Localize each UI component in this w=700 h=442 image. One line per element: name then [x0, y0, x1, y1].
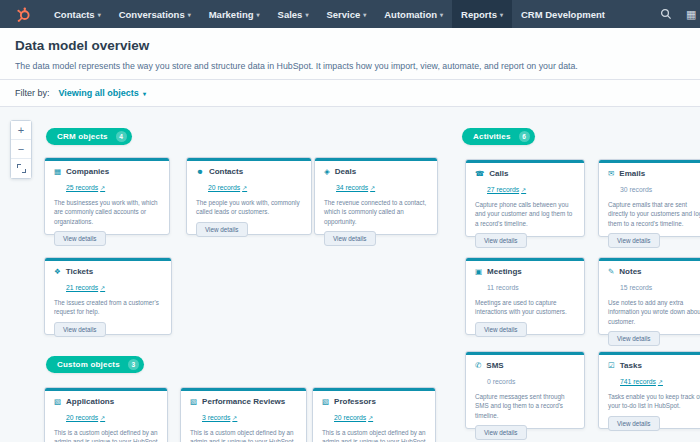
section-pill-label: Activities: [473, 132, 511, 141]
view-details-button[interactable]: View details: [608, 416, 660, 431]
filter-label: Filter by:: [15, 88, 50, 98]
records-link[interactable]: 20 records↗: [334, 414, 373, 421]
nav-item-contacts[interactable]: Contacts ▾: [45, 0, 110, 28]
task-checkbox-icon: ☑: [608, 362, 615, 370]
card-title: Deals: [335, 167, 356, 176]
nav-item-label: Contacts: [54, 9, 95, 20]
card-sms[interactable]: ✆ SMS 0 records Capture messages sent th…: [465, 351, 585, 429]
nav-item-reports[interactable]: Reports ▾: [452, 0, 512, 28]
view-details-button[interactable]: View details: [608, 331, 660, 346]
card-companies[interactable]: ▦ Companies 25 records↗ The businesses y…: [44, 157, 170, 235]
card-calls[interactable]: ☎ Calls 27 records↗ Capture phone calls …: [465, 159, 585, 237]
view-details-button[interactable]: View details: [475, 233, 527, 248]
card-title: SMS: [486, 361, 503, 370]
card-notes[interactable]: ✎ Notes 15 records Use notes to add any …: [598, 257, 700, 335]
records-count: 27 records: [487, 186, 519, 193]
search-icon[interactable]: [660, 8, 672, 20]
nav-item-marketing[interactable]: Marketing ▾: [200, 0, 269, 28]
records-count: 25 records: [66, 184, 98, 191]
card-tasks[interactable]: ☑ Tasks 741 records↗ Tasks enable you to…: [598, 351, 700, 429]
envelope-icon: ✉: [608, 170, 614, 178]
nav-item-automation[interactable]: Automation ▾: [375, 0, 452, 28]
hubspot-sprocket-icon: [16, 7, 31, 22]
top-nav: Contacts ▾ Conversations ▾ Marketing ▾ S…: [0, 0, 700, 28]
nav-item-label: Conversations: [119, 9, 185, 20]
records-link[interactable]: 20 records↗: [66, 414, 105, 421]
records-link[interactable]: 21 records↗: [66, 284, 105, 291]
section-count-badge: 4: [116, 131, 127, 142]
note-icon: ✎: [608, 268, 614, 276]
external-link-icon: ↗: [232, 414, 237, 421]
zoom-controls: + −: [10, 120, 32, 179]
view-details-button[interactable]: View details: [324, 231, 376, 246]
card-contacts[interactable]: ☻ Contacts 20 records↗ The people you wo…: [186, 157, 312, 235]
section-pill-custom-objects[interactable]: Custom objects 3: [46, 356, 144, 373]
nav-item-sales[interactable]: Sales ▾: [269, 0, 318, 28]
card-title: Calls: [489, 169, 508, 178]
fullscreen-button[interactable]: [11, 159, 31, 178]
external-link-icon: ↗: [100, 414, 105, 421]
view-details-button[interactable]: View details: [475, 322, 527, 337]
card-description: The businesses you work with, which are …: [54, 198, 160, 226]
filter-bar: Filter by: Viewing all objects ▾: [0, 80, 700, 106]
card-applications[interactable]: ▧ Applications 20 records↗ This is a cus…: [44, 387, 168, 442]
card-performance-reviews[interactable]: ▧ Performance Reviews 3 records↗ This is…: [180, 387, 307, 442]
chevron-down-icon: ▾: [305, 11, 308, 18]
zoom-out-button[interactable]: −: [11, 140, 31, 159]
filter-dropdown[interactable]: Viewing all objects ▾: [59, 88, 146, 98]
card-title: Tasks: [620, 361, 642, 370]
hubspot-logo[interactable]: [0, 0, 45, 28]
card-description: The people you work with, commonly calle…: [196, 198, 302, 217]
external-link-icon: ↗: [658, 378, 663, 385]
view-details-button[interactable]: View details: [475, 425, 527, 440]
view-details-button[interactable]: View details: [54, 322, 106, 337]
custom-object-icon: ▧: [190, 398, 197, 406]
card-emails[interactable]: ✉ Emails 30 records Capture emails that …: [598, 159, 700, 237]
card-deals[interactable]: ◈ Deals 34 records↗ The revenue connecte…: [314, 157, 438, 235]
records-link[interactable]: 20 records↗: [208, 184, 247, 191]
card-description: The revenue connected to a contact, whic…: [324, 198, 428, 226]
view-details-button[interactable]: View details: [196, 222, 248, 237]
handshake-icon: ◈: [324, 168, 330, 176]
section-pill-crm-objects[interactable]: CRM objects 4: [46, 128, 132, 145]
chat-bubble-icon: ✆: [475, 362, 481, 370]
grid-icon[interactable]: ▦: [686, 8, 700, 21]
external-link-icon: ↗: [368, 414, 373, 421]
records-count: 20 records: [334, 414, 366, 421]
nav-item-service[interactable]: Service ▾: [317, 0, 375, 28]
records-link[interactable]: 3 records↗: [202, 414, 237, 421]
view-details-button[interactable]: View details: [54, 231, 106, 246]
building-icon: ▦: [54, 168, 61, 176]
card-title: Contacts: [209, 167, 243, 176]
data-model-canvas[interactable]: + − CRM objects 4 Activities 6 Custom ob…: [0, 107, 700, 442]
data-model-overview-page: Contacts ▾ Conversations ▾ Marketing ▾ S…: [0, 0, 700, 442]
records-count: 11 records: [487, 284, 519, 291]
card-description: Use notes to add any extra information y…: [608, 298, 700, 326]
page-title: Data model overview: [15, 38, 685, 53]
chevron-down-icon: ▾: [143, 90, 146, 97]
records-link[interactable]: 34 records↗: [336, 184, 375, 191]
custom-object-icon: ▧: [322, 398, 329, 406]
records-count: 20 records: [66, 414, 98, 421]
records-link[interactable]: 25 records↗: [66, 184, 105, 191]
section-pill-activities[interactable]: Activities 6: [462, 128, 535, 145]
chevron-down-icon: ▾: [440, 11, 443, 18]
external-link-icon: ↗: [521, 186, 526, 193]
nav-item-conversations[interactable]: Conversations ▾: [110, 0, 200, 28]
records-link[interactable]: 741 records↗: [620, 378, 663, 385]
section-pill-label: CRM objects: [57, 132, 108, 141]
records-count: 20 records: [208, 184, 240, 191]
page-description: The data model represents the way you st…: [15, 61, 685, 71]
calendar-icon: ▣: [475, 268, 482, 276]
card-professors[interactable]: ▧ Professors 20 records↗ This is a custo…: [312, 387, 436, 442]
card-tickets[interactable]: ❖ Tickets 21 records↗ The issues created…: [44, 257, 172, 335]
card-description: This is a custom object defined by an ad…: [322, 428, 426, 442]
section-count-badge: 6: [519, 131, 530, 142]
view-details-button[interactable]: View details: [608, 233, 660, 248]
card-meetings[interactable]: ▣ Meetings 11 records Meetings are used …: [465, 257, 585, 335]
ticket-icon: ❖: [54, 268, 61, 276]
records-link[interactable]: 27 records↗: [487, 186, 526, 193]
zoom-in-button[interactable]: +: [11, 121, 31, 140]
records-count: 15 records: [620, 284, 652, 291]
nav-item-crm-development[interactable]: CRM Development: [512, 0, 614, 28]
